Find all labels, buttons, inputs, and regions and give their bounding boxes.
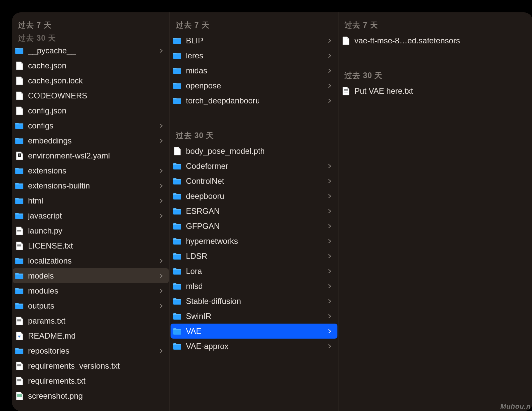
file-row[interactable]: cache.json xyxy=(13,58,169,73)
folder-row[interactable]: ESRGAN xyxy=(171,203,337,219)
folder-row[interactable]: midas xyxy=(171,63,337,78)
finder-window: 过去 7 天 过去 30 天 __pycache__ cache.json ca… xyxy=(12,12,532,411)
folder-row[interactable]: ControlNet xyxy=(171,173,337,188)
folder-icon xyxy=(173,327,182,336)
row-label: README.md xyxy=(28,331,164,341)
folder-row[interactable]: __pycache__ xyxy=(13,43,169,58)
folder-row[interactable]: modules xyxy=(13,283,169,298)
column-1-body: __pycache__ cache.json cache.json.lock C… xyxy=(12,43,170,403)
file-row[interactable]: cache.json.lock xyxy=(13,73,169,88)
folder-row[interactable]: BLIP xyxy=(171,33,337,48)
chevron-right-icon xyxy=(158,123,164,128)
row-label: models xyxy=(28,271,156,281)
svg-text:!: ! xyxy=(19,154,20,157)
file-icon xyxy=(173,146,182,156)
file-row[interactable]: requirements.txt xyxy=(13,373,169,388)
svg-rect-2 xyxy=(17,232,21,232)
file-icon: ! xyxy=(15,151,24,160)
folder-row[interactable]: Stable-diffusion xyxy=(171,294,337,309)
svg-rect-18 xyxy=(344,92,348,92)
chevron-right-icon xyxy=(158,274,164,278)
column-3: 过去 7 天 vae-ft-mse-8…ed.safetensors 过去 30… xyxy=(338,12,506,411)
file-row[interactable]: Put VAE here.txt xyxy=(339,83,505,98)
row-label: VAE xyxy=(186,327,325,336)
folder-row[interactable]: Lora xyxy=(171,264,337,279)
folder-row[interactable]: html xyxy=(13,193,169,208)
chevron-right-icon xyxy=(327,344,333,349)
folder-row[interactable]: openpose xyxy=(171,78,337,93)
row-label: LICENSE.txt xyxy=(28,241,164,251)
folder-row[interactable]: VAE xyxy=(171,324,337,339)
file-icon xyxy=(341,36,350,45)
folder-icon xyxy=(173,282,182,291)
folder-row[interactable]: leres xyxy=(171,48,337,63)
file-row[interactable]: ! environment-wsl2.yaml xyxy=(13,148,169,163)
svg-rect-16 xyxy=(17,379,21,380)
chevron-right-icon xyxy=(327,83,333,88)
folder-row[interactable]: hypernetworks xyxy=(171,234,337,249)
file-row[interactable]: params.txt xyxy=(13,313,169,328)
file-row[interactable]: vae-ft-mse-8…ed.safetensors xyxy=(339,33,505,48)
file-row[interactable]: CODEOWNERS xyxy=(13,88,169,103)
chevron-right-icon xyxy=(327,38,333,43)
folder-row[interactable]: torch_deepdanbooru xyxy=(171,93,337,108)
folder-icon xyxy=(15,271,24,281)
folder-row[interactable]: LDSR xyxy=(171,249,337,264)
row-label: requirements.txt xyxy=(28,376,164,386)
file-icon xyxy=(15,76,24,85)
row-label: hypernetworks xyxy=(186,237,325,246)
folder-row[interactable]: extensions-builtin xyxy=(13,178,169,193)
folder-icon xyxy=(173,191,182,201)
folder-row[interactable]: SwinIR xyxy=(171,309,337,324)
section-header-past30: 过去 30 天 xyxy=(170,127,338,143)
file-row[interactable]: LICENSE.txt xyxy=(13,238,169,253)
folder-row[interactable]: extensions xyxy=(13,163,169,178)
folder-row[interactable]: configs xyxy=(13,118,169,133)
file-row[interactable]: README.md xyxy=(13,328,169,343)
chevron-right-icon xyxy=(327,53,333,58)
file-row[interactable]: config.json xyxy=(13,103,169,118)
chevron-right-icon xyxy=(327,68,333,73)
folder-row[interactable]: embeddings xyxy=(13,133,169,148)
folder-icon xyxy=(173,207,182,216)
folder-row[interactable]: outputs xyxy=(13,298,169,313)
row-label: extensions-builtin xyxy=(28,181,156,190)
folder-row[interactable]: GFPGAN xyxy=(171,219,337,234)
row-label: requirements_versions.txt xyxy=(28,361,164,371)
svg-rect-9 xyxy=(17,319,21,320)
column-1: 过去 7 天 过去 30 天 __pycache__ cache.json ca… xyxy=(12,12,170,411)
folder-row[interactable]: Codeformer xyxy=(171,158,337,173)
row-label: cache.json xyxy=(28,61,164,70)
file-row[interactable]: requirements_versions.txt xyxy=(13,358,169,373)
file-icon xyxy=(15,106,24,115)
section-header-past30: 过去 30 天 xyxy=(338,67,506,83)
file-row[interactable]: launch.py xyxy=(13,223,169,238)
file-row[interactable]: screenshot.png xyxy=(13,388,169,403)
chevron-right-icon xyxy=(158,48,164,53)
row-label: Lora xyxy=(186,267,325,276)
chevron-right-icon xyxy=(327,98,333,103)
folder-row[interactable]: mlsd xyxy=(171,279,337,294)
file-icon xyxy=(15,241,24,251)
folder-row[interactable]: repositories xyxy=(13,343,169,358)
folder-row[interactable]: javascript xyxy=(13,208,169,223)
folder-icon xyxy=(173,312,182,321)
folder-row[interactable]: localizations xyxy=(13,253,169,268)
folder-icon xyxy=(173,96,182,105)
folder-icon xyxy=(15,166,24,175)
svg-rect-3 xyxy=(17,230,21,231)
folder-row[interactable]: deepbooru xyxy=(171,188,337,203)
file-row[interactable]: body_pose_model.pth xyxy=(171,143,337,158)
folder-icon xyxy=(15,256,24,266)
chevron-right-icon xyxy=(158,289,164,293)
row-label: outputs xyxy=(28,301,156,311)
row-label: repositories xyxy=(28,346,156,356)
folder-row[interactable]: VAE-approx xyxy=(171,339,337,354)
row-label: VAE-approx xyxy=(186,342,325,351)
row-label: configs xyxy=(28,121,156,130)
row-label: deepbooru xyxy=(186,191,325,201)
chevron-right-icon xyxy=(158,138,164,143)
folder-icon xyxy=(15,121,24,130)
folder-row[interactable]: models xyxy=(13,268,169,283)
gap xyxy=(338,48,506,63)
